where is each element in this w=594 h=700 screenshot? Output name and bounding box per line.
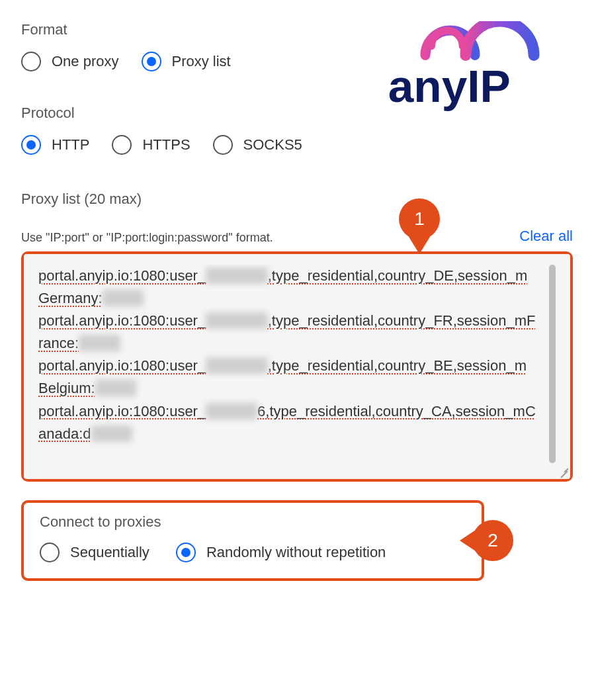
radio-circle-icon — [21, 52, 41, 71]
radio-circle-icon — [112, 135, 132, 155]
radio-sequentially[interactable]: Sequentially — [40, 543, 149, 562]
radio-one-proxy[interactable]: One proxy — [21, 52, 119, 71]
scrollbar[interactable] — [549, 265, 556, 463]
radio-circle-icon — [40, 543, 60, 562]
radio-socks5[interactable]: SOCKS5 — [213, 135, 302, 155]
radio-one-proxy-label: One proxy — [52, 53, 119, 70]
connect-label: Connect to proxies — [40, 513, 466, 531]
radio-circle-icon — [213, 135, 233, 155]
radio-https[interactable]: HTTPS — [112, 135, 190, 155]
proxy-list-content[interactable]: portal.anyip.io:1080:user_██████,type_re… — [38, 265, 545, 468]
format-radios: One proxy Proxy list — [21, 52, 573, 71]
radio-socks5-label: SOCKS5 — [243, 136, 302, 153]
radio-circle-selected-icon — [142, 52, 161, 71]
resize-handle-icon[interactable] — [557, 466, 569, 478]
proxy-list-hint: Use "IP:port" or "IP:port:login:password… — [21, 231, 273, 245]
format-label: Format — [21, 21, 573, 38]
callout-marker-2: 2 — [472, 520, 513, 561]
clear-all-button[interactable]: Clear all — [519, 228, 573, 245]
radio-randomly-label: Randomly without repetition — [206, 544, 386, 561]
connect-callout: 2 Connect to proxies Sequentially Random… — [21, 500, 484, 581]
protocol-radios: HTTP HTTPS SOCKS5 — [21, 135, 573, 155]
radio-http-label: HTTP — [52, 136, 89, 153]
callout-marker-1: 1 — [397, 198, 442, 258]
radio-proxy-list[interactable]: Proxy list — [142, 52, 231, 71]
radio-proxy-list-label: Proxy list — [172, 53, 231, 70]
proxy-list-textarea[interactable]: portal.anyip.io:1080:user_██████,type_re… — [24, 254, 570, 479]
protocol-label: Protocol — [21, 105, 573, 122]
radio-http[interactable]: HTTP — [21, 135, 89, 155]
connect-radios: Sequentially Randomly without repetition — [40, 543, 466, 562]
radio-randomly[interactable]: Randomly without repetition — [176, 543, 386, 562]
radio-circle-selected-icon — [176, 543, 196, 562]
radio-https-label: HTTPS — [142, 136, 190, 153]
radio-sequentially-label: Sequentially — [70, 544, 149, 561]
radio-circle-selected-icon — [21, 135, 41, 155]
proxy-list-callout: 1 portal.anyip.io:1080:user_██████,type_… — [21, 251, 573, 482]
proxy-list-heading: Proxy list (20 max) — [21, 191, 573, 208]
